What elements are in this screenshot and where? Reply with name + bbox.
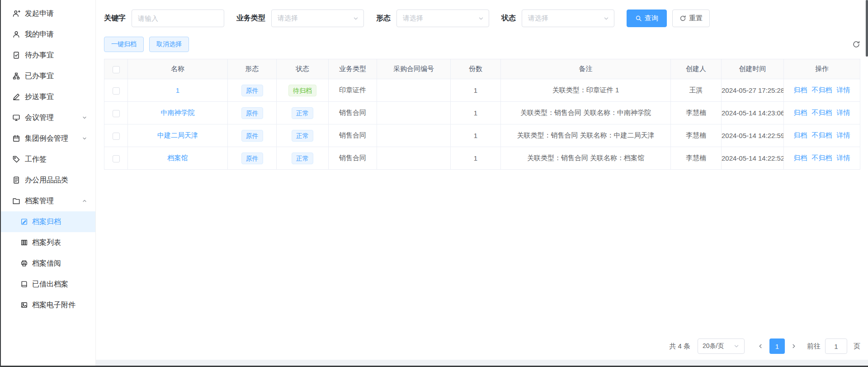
sidebar-item-label: 发起申请 [25, 9, 54, 19]
chevron-up-icon [82, 198, 87, 204]
main-content: 关键字 业务类型 请选择 形态 请选择 [96, 0, 868, 367]
page-size-select[interactable]: 20条/页 [698, 338, 745, 354]
creator-cell: 李慧楠 [671, 124, 722, 147]
goto-suffix: 页 [854, 342, 860, 351]
sidebar-item-archive-attachments[interactable]: 档案电子附件 [0, 295, 95, 315]
select-all-checkbox[interactable] [113, 66, 120, 73]
monitor-icon [12, 114, 20, 122]
sidebar-item-archive-borrow[interactable]: 档案借阅 [0, 253, 95, 274]
actions-cell: 归档不归档详情 [784, 102, 860, 124]
scrollbar-thumb[interactable] [866, 0, 868, 57]
sidebar-item-office-supplies[interactable]: 办公用品品类 [0, 170, 95, 191]
sidebar: 发起申请 我的申请 待办事宜 已办事宜 抄送事宜 [0, 0, 96, 367]
toolbar: 一键归档 取消选择 [104, 37, 860, 52]
name-link[interactable]: 档案馆 [168, 154, 188, 162]
name-cell: 档案馆 [128, 147, 228, 170]
creator-cell: 王淇 [671, 79, 722, 102]
actions-cell: 归档不归档详情 [784, 124, 860, 147]
form-tag: 原件 [241, 130, 263, 142]
refresh-icon[interactable] [852, 40, 860, 48]
detail-action[interactable]: 详情 [837, 131, 850, 139]
detail-action[interactable]: 详情 [837, 109, 850, 116]
user-add-icon [12, 10, 20, 18]
contract-no-cell [377, 79, 451, 102]
name-link[interactable]: 中南神学院 [161, 109, 195, 116]
goto-page-input[interactable] [825, 338, 847, 354]
copies-cell: 1 [451, 147, 501, 170]
name-cell: 中南神学院 [128, 102, 228, 124]
sidebar-submenu-archive: 档案归档 档案列表 档案借阅 已借出档案 [0, 211, 95, 315]
sidebar-item-initiate-application[interactable]: 发起申请 [0, 3, 95, 24]
status-tag: 正常 [292, 130, 313, 142]
actions-cell: 归档不归档详情 [784, 79, 860, 102]
prev-page-button[interactable] [754, 338, 767, 354]
archive-action[interactable]: 归档 [794, 131, 807, 139]
sidebar-item-cc[interactable]: 抄送事宜 [0, 86, 95, 107]
chevron-down-icon [353, 15, 359, 22]
no-archive-action[interactable]: 不归档 [812, 86, 832, 94]
business-type-filter: 业务类型 请选择 [236, 10, 364, 27]
sidebar-item-label: 会议管理 [25, 113, 54, 123]
sidebar-item-label: 待办事宜 [25, 51, 54, 60]
sidebar-item-label: 档案管理 [25, 196, 54, 206]
name-cell: 1 [128, 79, 228, 102]
form-cell: 原件 [228, 147, 277, 170]
name-link[interactable]: 1 [176, 86, 179, 94]
row-checkbox[interactable] [113, 87, 120, 95]
reset-button-label: 重置 [689, 14, 703, 23]
sidebar-item-archive-management[interactable]: 档案管理 [0, 191, 95, 211]
user-icon [12, 30, 20, 38]
no-archive-action[interactable]: 不归档 [812, 109, 832, 116]
sidebar-item-archive-list[interactable]: 档案列表 [0, 232, 95, 253]
detail-action[interactable]: 详情 [837, 154, 850, 162]
sidebar-item-label: 我的申请 [25, 30, 54, 39]
table-row: 中南神学院 原件 正常 销售合同 1 关联类型：销售合同 关联名称：中南神学院 … [104, 102, 860, 124]
created-at-cell: 2024-05-14 14:22:59 [722, 124, 784, 147]
business-type-cell: 销售合同 [329, 147, 377, 170]
sidebar-item-lent-archives[interactable]: 已借出档案 [0, 274, 95, 295]
image-icon [20, 301, 28, 309]
form-tag: 原件 [241, 153, 263, 164]
row-checkbox[interactable] [113, 110, 120, 117]
col-contract-no: 采购合同编号 [377, 59, 451, 79]
checkbox-cell [104, 102, 128, 124]
sidebar-item-todo[interactable]: 待办事宜 [0, 45, 95, 66]
filter-bar: 关键字 业务类型 请选择 形态 请选择 [104, 10, 860, 27]
sidebar-item-my-applications[interactable]: 我的申请 [0, 24, 95, 45]
cancel-select-button[interactable]: 取消选择 [149, 37, 189, 52]
remark-cell: 关联类型：销售合同 关联名称：中南神学院 [501, 102, 671, 124]
sidebar-item-done[interactable]: 已办事宜 [0, 66, 95, 86]
archive-action[interactable]: 归档 [794, 86, 807, 94]
sidebar-item-meeting-management[interactable]: 会议管理 [0, 107, 95, 128]
next-page-button[interactable] [787, 338, 801, 354]
no-archive-action[interactable]: 不归档 [812, 131, 832, 139]
batch-archive-button[interactable]: 一键归档 [104, 37, 144, 52]
reset-button[interactable]: 重置 [672, 10, 710, 27]
name-link[interactable]: 中建二局天津 [157, 131, 198, 139]
select-placeholder: 请选择 [403, 14, 423, 23]
search-button[interactable]: 查询 [627, 10, 667, 27]
keyword-input[interactable] [132, 10, 224, 27]
status-select[interactable]: 请选择 [522, 10, 614, 27]
form-filter: 形态 请选择 [376, 10, 489, 27]
form-select[interactable]: 请选择 [396, 10, 489, 27]
business-type-select[interactable]: 请选择 [271, 10, 364, 27]
detail-action[interactable]: 详情 [837, 86, 850, 94]
sidebar-item-archive-filing[interactable]: 档案归档 [0, 211, 95, 232]
col-copies: 份数 [451, 59, 501, 79]
table-row: 中建二局天津 原件 正常 销售合同 1 关联类型：销售合同 关联名称：中建二局天… [104, 124, 860, 147]
select-placeholder: 请选择 [528, 14, 548, 23]
no-archive-action[interactable]: 不归档 [812, 154, 832, 162]
row-checkbox[interactable] [113, 133, 120, 140]
chevron-down-icon [82, 136, 87, 141]
col-business-type: 业务类型 [329, 59, 377, 79]
sidebar-item-work-sign[interactable]: 工作签 [0, 149, 95, 170]
keyword-filter: 关键字 [104, 10, 224, 27]
sidebar-item-group-meeting-management[interactable]: 集团例会管理 [0, 128, 95, 149]
archive-action[interactable]: 归档 [794, 109, 807, 116]
sidebar-item-label: 办公用品品类 [25, 176, 68, 185]
page-1-button[interactable]: 1 [769, 338, 785, 354]
status-cell: 正常 [277, 102, 329, 124]
row-checkbox[interactable] [113, 155, 120, 162]
archive-action[interactable]: 归档 [794, 154, 807, 162]
